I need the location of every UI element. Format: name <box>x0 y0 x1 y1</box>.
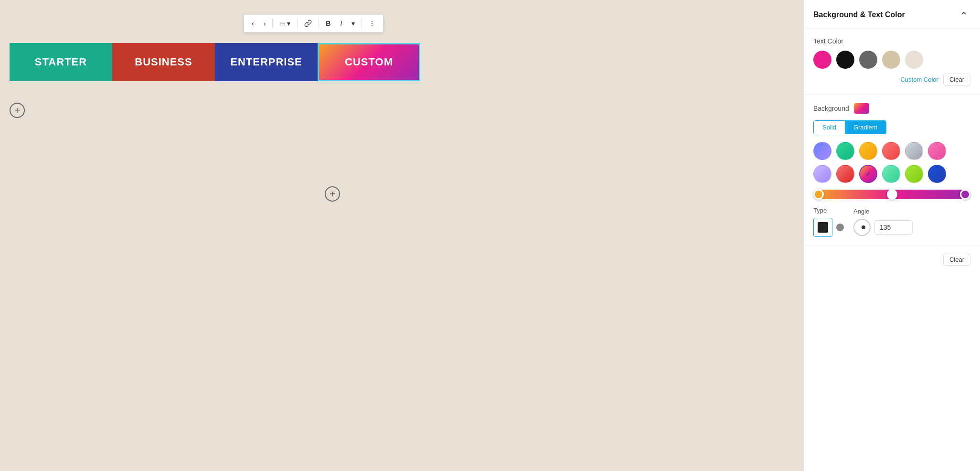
type-angle-row: Type Angle <box>813 207 970 237</box>
linear-type-icon <box>818 222 828 233</box>
radial-type-button[interactable] <box>836 224 844 231</box>
more-options-button[interactable]: ⋮ <box>366 18 378 29</box>
toolbar-divider-2 <box>297 19 298 28</box>
gradient-handle-right[interactable] <box>960 189 970 200</box>
angle-input[interactable] <box>874 220 913 235</box>
type-label: Type <box>813 207 844 214</box>
gradient-swatch-lime[interactable] <box>905 165 923 183</box>
text-color-clear-button[interactable]: Clear <box>943 74 970 86</box>
background-label: Background <box>813 105 849 112</box>
text-color-swatches <box>813 51 970 69</box>
plus-icon-2: + <box>330 189 335 200</box>
gradient-handle-mid[interactable] <box>887 189 897 200</box>
text-color-custom-row: Custom Color Clear <box>813 74 970 86</box>
gradient-swatch-orange[interactable] <box>859 142 877 160</box>
solid-tab[interactable]: Solid <box>814 121 845 134</box>
italic-button[interactable]: I <box>337 18 345 29</box>
background-preview[interactable] <box>854 103 869 114</box>
gradient-swatches-row1 <box>813 142 970 160</box>
text-color-swatch-light-tan[interactable] <box>905 51 923 69</box>
right-panel: Background & Text Color Text Color Custo… <box>803 0 980 471</box>
toolbar: ‹ › ▭ ▾ B I ▾ ⋮ <box>244 14 383 32</box>
gradient-swatch-teal[interactable] <box>882 165 900 183</box>
custom-button[interactable]: CUSTOM <box>318 43 420 81</box>
gradient-swatch-pink[interactable] <box>928 142 946 160</box>
back-button[interactable]: ‹ <box>249 18 257 29</box>
gradient-swatch-gray[interactable] <box>905 142 923 160</box>
add-block-button-2[interactable]: + <box>325 186 340 202</box>
toolbar-divider-4 <box>362 19 362 28</box>
chevron-up-icon <box>960 10 968 17</box>
link-icon <box>304 20 312 27</box>
gradient-swatch-current[interactable] <box>859 165 877 183</box>
gradient-handle-left[interactable] <box>813 189 824 200</box>
angle-input-row <box>853 219 913 236</box>
text-color-swatch-black[interactable] <box>836 51 854 69</box>
gradient-tab[interactable]: Gradient <box>845 121 886 134</box>
gradient-swatches-row2 <box>813 165 970 183</box>
canvas-area: ‹ › ▭ ▾ B I ▾ ⋮ STARTER BUSINESS ENTERPR… <box>0 0 803 471</box>
gradient-swatch-navy[interactable] <box>928 165 946 183</box>
bold-button[interactable]: B <box>323 18 333 29</box>
angle-column: Angle <box>853 208 913 236</box>
text-color-swatch-pink[interactable] <box>813 51 831 69</box>
plus-icon-1: + <box>14 105 20 116</box>
gradient-swatch-purple-blue[interactable] <box>813 142 831 160</box>
angle-dial-dot <box>862 225 865 229</box>
block-icon: ▭ <box>279 20 286 27</box>
business-button[interactable]: BUSINESS <box>112 43 215 81</box>
gradient-swatch-green[interactable] <box>836 142 854 160</box>
background-section: Background Solid Gradient <box>804 95 980 246</box>
background-clear-button[interactable]: Clear <box>943 254 970 266</box>
gradient-bar[interactable] <box>813 190 970 199</box>
linear-type-button[interactable] <box>813 218 832 237</box>
forward-button[interactable]: › <box>261 18 269 29</box>
gradient-type-tabs: Solid Gradient <box>813 120 886 134</box>
panel-header: Background & Text Color <box>804 0 980 29</box>
bottom-clear-row: Clear <box>804 246 980 275</box>
enterprise-button[interactable]: ENTERPRISE <box>215 43 318 81</box>
text-color-label: Text Color <box>813 37 970 45</box>
link-button[interactable] <box>301 18 315 29</box>
background-row: Background <box>813 103 970 114</box>
starter-button[interactable]: STARTER <box>10 43 112 81</box>
angle-label: Angle <box>853 208 913 215</box>
angle-dial[interactable] <box>853 219 871 236</box>
toolbar-divider-1 <box>272 19 273 28</box>
plan-buttons-row: STARTER BUSINESS ENTERPRISE CUSTOM <box>10 43 420 81</box>
toolbar-divider-3 <box>319 19 319 28</box>
panel-title: Background & Text Color <box>813 11 905 19</box>
gradient-swatch-red[interactable] <box>882 142 900 160</box>
block-dropdown-icon: ▾ <box>287 20 290 27</box>
text-color-section: Text Color Custom Color Clear <box>804 29 980 95</box>
add-block-button-1[interactable]: + <box>10 103 25 118</box>
gradient-swatch-crimson[interactable] <box>836 165 854 183</box>
collapse-button[interactable] <box>957 9 970 21</box>
text-color-swatch-gray[interactable] <box>859 51 877 69</box>
type-column: Type <box>813 207 844 237</box>
custom-color-link[interactable]: Custom Color <box>900 76 938 83</box>
gradient-swatch-lavender[interactable] <box>813 165 831 183</box>
type-options <box>813 218 844 237</box>
gradient-slider-container <box>813 190 970 199</box>
block-selector-button[interactable]: ▭ ▾ <box>277 18 293 29</box>
text-color-swatch-tan[interactable] <box>882 51 900 69</box>
italic-dropdown-button[interactable]: ▾ <box>349 18 358 29</box>
